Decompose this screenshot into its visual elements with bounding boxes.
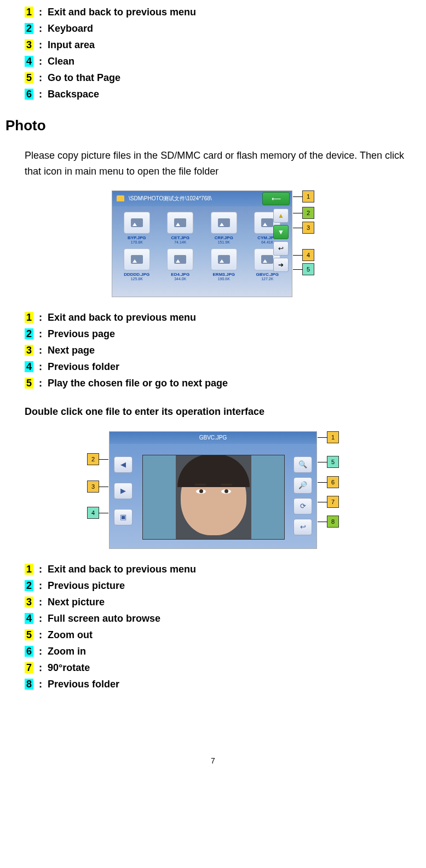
callout-1: 1 xyxy=(302,190,314,202)
thumbnail-icon xyxy=(211,212,237,234)
legend-text: 90°rotate xyxy=(48,662,90,673)
prev-folder-button[interactable]: ↩ xyxy=(273,241,289,256)
zoom-out-button[interactable]: 🔍 xyxy=(293,456,312,473)
legend-item: 1：Exit and back to previous menu xyxy=(25,5,421,19)
legend-text: Exit and back to previous menu xyxy=(48,7,196,18)
section-heading-photo: Photo xyxy=(5,117,421,134)
legend-item: 3：Next page xyxy=(25,344,421,357)
legend-item: 4：Full screen auto browse xyxy=(25,612,421,625)
colon-separator: ： xyxy=(36,564,45,575)
thumbnail-icon xyxy=(211,248,237,270)
file-thumbnail[interactable]: DDDDD.JPG125.8K xyxy=(117,248,157,281)
legend-text: Previous folder xyxy=(48,679,119,690)
legend-text: Play the chosen file or go to next page xyxy=(48,378,228,389)
file-size: 190.6K xyxy=(204,277,244,281)
legend-text: Input area xyxy=(48,39,95,50)
legend-number: 2 xyxy=(25,580,33,591)
rotate-button[interactable]: ⟳ xyxy=(293,498,312,514)
legend-item: 5：Go to that Page xyxy=(25,71,421,84)
callout-3: 3 xyxy=(87,481,99,493)
file-name: CET.JPG xyxy=(160,235,201,240)
screenshot-file-browser-wrapper: \SDM\PHOTO测试文件\1024*768\ ⟵ BYP.JPG170.8K… xyxy=(5,190,421,297)
legend-text: Backspace xyxy=(48,89,99,100)
photo-left-buttons: ◀ ▶ ▣ xyxy=(114,456,133,525)
callout-5: 5 xyxy=(302,263,314,275)
file-size: 151.9K xyxy=(204,240,244,244)
colon-separator: ： xyxy=(36,646,45,657)
file-name: GBVC.JPG xyxy=(247,272,288,277)
thumbnail-icon xyxy=(124,248,150,270)
legend-item: 2：Keyboard xyxy=(25,22,421,35)
prev-folder-button[interactable]: ↩ xyxy=(293,519,312,535)
colon-separator: ： xyxy=(36,662,45,673)
callout-4: 4 xyxy=(302,249,314,261)
legend-text: Full screen auto browse xyxy=(48,613,160,624)
page-number: 7 xyxy=(5,756,421,765)
file-name: ERM3.JPG xyxy=(204,272,244,277)
file-nav-buttons: ▲ ▼ ↩ ➔ xyxy=(273,209,289,272)
file-name: DDDDD.JPG xyxy=(117,272,157,277)
legend-number: 6 xyxy=(25,89,33,100)
colon-separator: ： xyxy=(36,39,45,50)
legend-number: 5 xyxy=(25,629,33,640)
legend-number: 2 xyxy=(25,328,33,339)
legend-text: Clean xyxy=(48,56,74,67)
next-picture-button[interactable]: ▶ xyxy=(114,483,133,499)
colon-separator: ： xyxy=(36,378,45,389)
callout-5: 5 xyxy=(327,456,339,468)
legend-number: 2 xyxy=(25,23,33,34)
play-go-button[interactable]: ➔ xyxy=(273,258,289,272)
legend-list-2: 1：Exit and back to previous menu2：Previo… xyxy=(25,311,421,390)
file-thumbnail[interactable]: CRF.JPG151.9K xyxy=(204,212,244,244)
callout-2: 2 xyxy=(302,207,314,219)
colon-separator: ： xyxy=(36,629,45,640)
prev-picture-button[interactable]: ◀ xyxy=(114,456,133,473)
legend-number: 4 xyxy=(25,56,33,67)
file-name: CRF.JPG xyxy=(204,235,244,240)
colon-separator: ： xyxy=(36,23,45,34)
file-name: BYP.JPG xyxy=(117,235,157,240)
legend-text: Exit and back to previous menu xyxy=(48,312,196,323)
legend-number: 1 xyxy=(25,564,33,575)
colon-separator: ： xyxy=(36,580,45,591)
legend-item: 5：Zoom out xyxy=(25,628,421,641)
legend-item: 4：Previous folder xyxy=(25,360,421,373)
callouts-right-shot1: 1 2 3 4 5 xyxy=(302,190,314,275)
colon-separator: ： xyxy=(36,56,45,67)
colon-separator: ： xyxy=(36,345,45,356)
legend-item: 5：Play the chosen file or go to next pag… xyxy=(25,377,421,390)
colon-separator: ： xyxy=(36,328,45,339)
file-thumbnail[interactable]: ERM3.JPG190.6K xyxy=(204,248,244,281)
zoom-in-button[interactable]: 🔎 xyxy=(293,477,312,494)
photo-title: GBVC.JPG xyxy=(110,432,316,444)
file-thumbnail[interactable]: ED4.JPG344.0K xyxy=(160,248,201,281)
legend-number: 5 xyxy=(25,72,33,83)
legend-item: 2：Previous page xyxy=(25,327,421,340)
next-page-button[interactable]: ▼ xyxy=(273,225,289,239)
callout-6: 6 xyxy=(327,476,339,488)
legend-number: 8 xyxy=(25,679,33,690)
file-size: 170.8K xyxy=(117,240,157,244)
double-click-note: Double click one file to enter its opera… xyxy=(25,406,421,418)
photo-content xyxy=(181,459,246,535)
legend-text: Next page xyxy=(48,345,95,356)
folder-icon xyxy=(117,195,124,201)
legend-number: 3 xyxy=(25,345,33,356)
slideshow-button[interactable]: ▣ xyxy=(114,509,133,525)
legend-text: Zoom in xyxy=(48,646,86,657)
photo-display xyxy=(142,455,285,540)
file-thumbnail[interactable]: BYP.JPG170.8K xyxy=(117,212,157,244)
file-thumbnail[interactable]: CET.JPG74.14K xyxy=(160,212,201,244)
file-name: ED4.JPG xyxy=(160,272,201,277)
colon-separator: ： xyxy=(36,597,45,607)
file-size: 344.0K xyxy=(160,277,201,281)
legend-list-3: 1：Exit and back to previous menu2：Previo… xyxy=(25,563,421,691)
legend-item: 3：Input area xyxy=(25,38,421,51)
file-size: 74.14K xyxy=(160,240,201,244)
legend-number: 4 xyxy=(25,613,33,624)
legend-number: 3 xyxy=(25,39,33,50)
callout-1: 1 xyxy=(327,431,339,443)
prev-page-button[interactable]: ▲ xyxy=(273,209,289,223)
exit-button[interactable]: ⟵ xyxy=(262,192,290,205)
legend-text: Keyboard xyxy=(48,23,93,34)
